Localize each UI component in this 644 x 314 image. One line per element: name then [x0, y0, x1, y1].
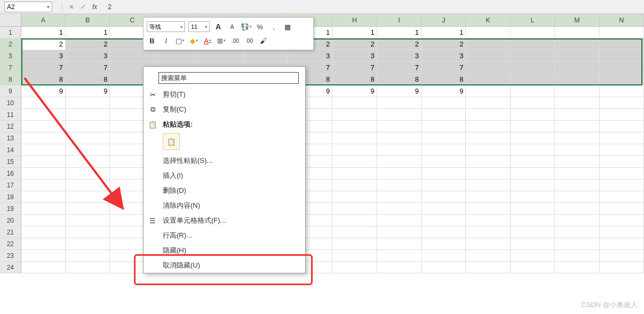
cell[interactable]: [466, 27, 510, 38]
cell[interactable]: [422, 156, 466, 167]
cell[interactable]: [555, 203, 599, 214]
cell[interactable]: [555, 97, 599, 108]
cell[interactable]: 3: [288, 50, 332, 61]
cell[interactable]: [600, 203, 644, 214]
cell[interactable]: [422, 109, 466, 120]
cell[interactable]: [555, 156, 599, 167]
cell[interactable]: [511, 109, 555, 120]
cell[interactable]: [511, 203, 555, 214]
cell[interactable]: 8: [21, 74, 66, 85]
cell[interactable]: 8: [422, 74, 466, 85]
borders-icon[interactable]: ▢: [174, 35, 185, 46]
cell[interactable]: [332, 144, 377, 155]
cell[interactable]: 1: [332, 27, 377, 38]
row-header[interactable]: 21: [0, 226, 21, 238]
fx-icon[interactable]: fx: [92, 3, 97, 11]
cell[interactable]: [466, 179, 510, 191]
cell[interactable]: [422, 203, 466, 214]
enter-icon[interactable]: ✓: [81, 3, 86, 11]
cell[interactable]: [600, 250, 644, 261]
cell[interactable]: [155, 50, 199, 61]
cell[interactable]: [466, 109, 510, 120]
increase-font-icon[interactable]: A: [213, 21, 224, 32]
cell[interactable]: [555, 121, 599, 132]
cell[interactable]: [66, 121, 110, 132]
column-header[interactable]: I: [377, 14, 422, 26]
cell[interactable]: [511, 144, 555, 155]
cell[interactable]: [21, 168, 66, 179]
menu-clear[interactable]: 清除内容(N): [144, 198, 305, 213]
column-header[interactable]: A: [21, 14, 66, 26]
cell[interactable]: [466, 132, 510, 144]
cell[interactable]: [600, 144, 644, 155]
cell[interactable]: [377, 121, 422, 132]
cell[interactable]: [511, 215, 555, 226]
cell[interactable]: [422, 132, 466, 144]
percent-icon[interactable]: %: [255, 21, 265, 32]
cell[interactable]: [66, 203, 110, 214]
cell[interactable]: [466, 191, 510, 202]
cell[interactable]: [66, 238, 110, 249]
cell[interactable]: [511, 121, 555, 132]
cell[interactable]: [600, 238, 644, 249]
cell[interactable]: [555, 50, 599, 61]
cell[interactable]: [21, 215, 66, 226]
cell[interactable]: [466, 250, 510, 261]
cell[interactable]: [600, 121, 644, 132]
menu-unhide[interactable]: 取消隐藏(U): [144, 258, 305, 273]
cell[interactable]: [600, 132, 644, 144]
cell[interactable]: 2: [377, 38, 422, 50]
cancel-icon[interactable]: ✕: [69, 3, 74, 11]
cell[interactable]: [21, 262, 66, 273]
cell[interactable]: [422, 262, 466, 273]
column-header[interactable]: H: [332, 14, 377, 26]
row-header[interactable]: 14: [0, 144, 21, 155]
cell[interactable]: [466, 262, 510, 273]
cell[interactable]: [466, 238, 510, 249]
cell[interactable]: 2: [422, 38, 466, 50]
cell[interactable]: [511, 85, 555, 97]
cell[interactable]: [555, 132, 599, 144]
cell[interactable]: [332, 179, 377, 191]
cell[interactable]: 7: [377, 62, 422, 73]
cell[interactable]: [466, 121, 510, 132]
cell[interactable]: [600, 38, 644, 50]
font-color-icon[interactable]: A: [202, 35, 213, 46]
cell[interactable]: [21, 121, 66, 132]
row-header[interactable]: 17: [0, 179, 21, 191]
cell[interactable]: [511, 62, 555, 73]
cell[interactable]: [110, 50, 154, 61]
cell[interactable]: [555, 179, 599, 191]
cell[interactable]: [377, 179, 422, 191]
increase-decimal-icon[interactable]: .00: [230, 35, 241, 46]
cell[interactable]: [377, 191, 422, 202]
cell[interactable]: 3: [377, 50, 422, 61]
cell[interactable]: [377, 109, 422, 120]
cell[interactable]: [511, 27, 555, 38]
row-header[interactable]: 15: [0, 156, 21, 167]
cell[interactable]: [466, 215, 510, 226]
cell[interactable]: [466, 226, 510, 238]
cell[interactable]: [66, 179, 110, 191]
row-header[interactable]: 9: [0, 85, 21, 97]
menu-format-cells[interactable]: ☰设置单元格格式(F)...: [144, 213, 305, 228]
cell[interactable]: [422, 121, 466, 132]
row-header[interactable]: 23: [0, 250, 21, 261]
cell[interactable]: [332, 132, 377, 144]
cell[interactable]: [511, 97, 555, 108]
cell[interactable]: [600, 50, 644, 61]
cell[interactable]: [466, 74, 510, 85]
row-header[interactable]: 18: [0, 191, 21, 202]
cell[interactable]: 8: [66, 74, 110, 85]
cell[interactable]: [21, 156, 66, 167]
column-header[interactable]: N: [600, 14, 644, 26]
cell[interactable]: [66, 97, 110, 108]
row-header[interactable]: 12: [0, 121, 21, 132]
cell[interactable]: [511, 238, 555, 249]
cell[interactable]: [377, 97, 422, 108]
cell[interactable]: 7: [422, 62, 466, 73]
bold-button[interactable]: B: [147, 35, 157, 46]
cell[interactable]: [511, 226, 555, 238]
cell[interactable]: [21, 203, 66, 214]
cell[interactable]: 9: [21, 85, 66, 97]
